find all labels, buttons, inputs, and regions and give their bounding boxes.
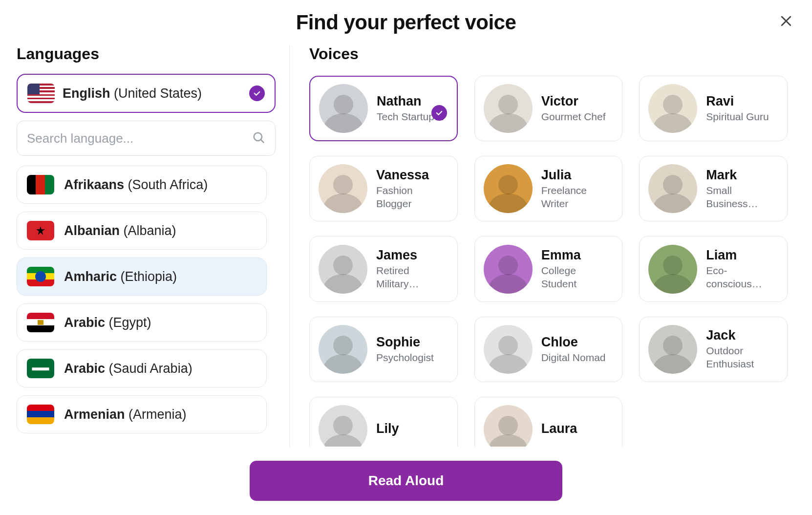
voice-name: Lily bbox=[376, 421, 449, 436]
voice-card[interactable]: JuliaFreelance Writer bbox=[474, 156, 623, 221]
close-icon bbox=[779, 21, 793, 30]
voices-heading: Voices bbox=[309, 45, 792, 63]
language-item[interactable]: Albanian (Albania) bbox=[17, 212, 267, 250]
languages-panel: Languages English (United States) Afrika… bbox=[0, 45, 289, 467]
avatar bbox=[319, 325, 367, 374]
avatar bbox=[648, 245, 697, 294]
voice-name: Jack bbox=[706, 328, 778, 343]
voice-description: Fashion Blogger bbox=[376, 184, 449, 211]
footer: Read Aloud bbox=[0, 447, 812, 515]
voice-card[interactable]: VanessaFashion Blogger bbox=[309, 156, 458, 221]
voice-name: Mark bbox=[706, 168, 778, 183]
language-item[interactable]: Afrikaans (South Africa) bbox=[17, 166, 267, 204]
voice-info: JamesRetired Military… bbox=[376, 248, 449, 291]
voice-card[interactable]: EmmaCollege Student bbox=[474, 236, 623, 301]
selected-language[interactable]: English (United States) bbox=[17, 74, 276, 113]
check-icon bbox=[249, 86, 265, 101]
main: Languages English (United States) Afrika… bbox=[0, 45, 812, 467]
voice-info: EmmaCollege Student bbox=[541, 248, 614, 291]
flag-icon bbox=[27, 175, 54, 194]
voice-info: Laura bbox=[541, 421, 614, 437]
voice-info: SophiePsychologist bbox=[376, 335, 449, 364]
page-title: Find your perfect voice bbox=[0, 11, 812, 34]
check-icon bbox=[431, 105, 447, 121]
voice-grid[interactable]: NathanTech Startup…VictorGourmet ChefRav… bbox=[309, 76, 792, 467]
voice-info: RaviSpiritual Guru bbox=[706, 94, 778, 123]
close-button[interactable] bbox=[779, 14, 793, 30]
avatar bbox=[319, 245, 367, 294]
language-label: Armenian (Armenia) bbox=[64, 407, 256, 422]
language-item[interactable]: Amharic (Ethiopia) bbox=[17, 258, 267, 296]
voice-info: LiamEco-conscious… bbox=[706, 248, 778, 291]
voice-name: Liam bbox=[706, 248, 778, 263]
avatar bbox=[484, 84, 533, 133]
avatar bbox=[484, 245, 533, 294]
language-label: Albanian (Albania) bbox=[64, 223, 256, 238]
language-label: Arabic (Saudi Arabia) bbox=[64, 361, 256, 376]
flag-icon bbox=[27, 267, 54, 286]
voice-name: Ravi bbox=[706, 94, 778, 109]
read-aloud-button[interactable]: Read Aloud bbox=[250, 461, 562, 501]
voice-info: VanessaFashion Blogger bbox=[376, 168, 449, 211]
voice-card[interactable]: JackOutdoor Enthusiast bbox=[639, 317, 788, 382]
language-item[interactable]: Arabic (Egypt) bbox=[17, 303, 267, 342]
voice-name: Chloe bbox=[541, 335, 614, 350]
header: Find your perfect voice bbox=[0, 0, 812, 34]
voice-info: Lily bbox=[376, 421, 449, 437]
voice-card[interactable]: JamesRetired Military… bbox=[309, 236, 458, 301]
voice-description: Retired Military… bbox=[376, 264, 449, 291]
voice-description: Digital Nomad bbox=[541, 351, 614, 364]
voice-card[interactable]: MarkSmall Business… bbox=[639, 156, 788, 221]
voice-card[interactable]: SophiePsychologist bbox=[309, 317, 458, 382]
voice-description: College Student bbox=[541, 264, 614, 291]
voice-description: Gourmet Chef bbox=[541, 110, 614, 123]
voices-panel: Voices NathanTech Startup…VictorGourmet … bbox=[289, 45, 812, 467]
voice-info: MarkSmall Business… bbox=[706, 168, 778, 211]
voice-name: Emma bbox=[541, 248, 614, 263]
voice-name: Victor bbox=[541, 94, 614, 109]
voice-name: Laura bbox=[541, 421, 614, 436]
avatar bbox=[484, 164, 533, 213]
voice-description: Eco-conscious… bbox=[706, 264, 778, 291]
languages-heading: Languages bbox=[17, 45, 276, 63]
language-item[interactable]: Armenian (Armenia) bbox=[17, 395, 267, 433]
language-list[interactable]: Afrikaans (South Africa)Albanian (Albani… bbox=[17, 166, 276, 467]
voice-info: JackOutdoor Enthusiast bbox=[706, 328, 778, 371]
voice-description: Outdoor Enthusiast bbox=[706, 344, 778, 371]
selected-language-label: English (United States) bbox=[63, 86, 241, 101]
voice-info: ChloeDigital Nomad bbox=[541, 335, 614, 364]
avatar bbox=[648, 325, 697, 374]
voice-card[interactable]: RaviSpiritual Guru bbox=[639, 76, 788, 141]
language-item[interactable]: Arabic (Saudi Arabia) bbox=[17, 349, 267, 387]
avatar bbox=[648, 84, 697, 133]
voice-name: Julia bbox=[541, 168, 614, 183]
voice-name: James bbox=[376, 248, 449, 263]
voice-info: VictorGourmet Chef bbox=[541, 94, 614, 123]
avatar bbox=[319, 164, 367, 213]
language-search[interactable] bbox=[17, 121, 276, 156]
avatar bbox=[484, 325, 533, 374]
flag-icon bbox=[27, 221, 54, 240]
voice-description: Freelance Writer bbox=[541, 184, 614, 211]
flag-icon bbox=[27, 359, 54, 378]
avatar bbox=[319, 84, 368, 133]
svg-line-3 bbox=[261, 140, 263, 142]
avatar bbox=[648, 164, 697, 213]
voice-card[interactable]: NathanTech Startup… bbox=[309, 76, 458, 141]
voice-card[interactable]: VictorGourmet Chef bbox=[474, 76, 623, 141]
flag-icon bbox=[27, 84, 55, 103]
language-label: Arabic (Egypt) bbox=[64, 315, 256, 330]
voice-description: Psychologist bbox=[376, 351, 449, 364]
flag-icon bbox=[27, 405, 54, 424]
flag-icon bbox=[27, 313, 54, 332]
search-icon bbox=[252, 130, 265, 146]
language-label: Afrikaans (South Africa) bbox=[64, 177, 256, 193]
voice-name: Sophie bbox=[376, 335, 449, 350]
search-input[interactable] bbox=[27, 131, 252, 146]
voice-description: Small Business… bbox=[706, 184, 778, 211]
voice-card[interactable]: ChloeDigital Nomad bbox=[474, 317, 623, 382]
voice-description: Spiritual Guru bbox=[706, 110, 778, 123]
voice-card[interactable]: LiamEco-conscious… bbox=[639, 236, 788, 301]
voice-name: Vanessa bbox=[376, 168, 449, 183]
voice-info: JuliaFreelance Writer bbox=[541, 168, 614, 211]
